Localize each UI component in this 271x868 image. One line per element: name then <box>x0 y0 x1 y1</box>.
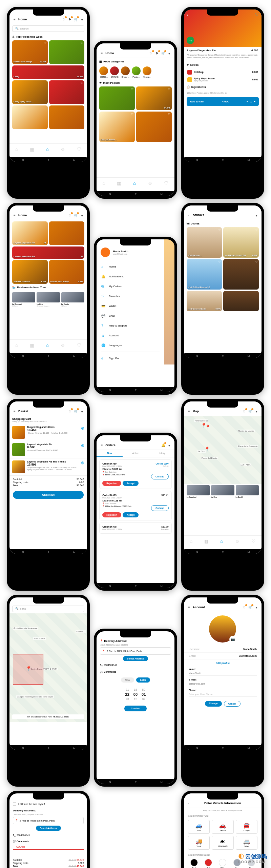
notification-icon[interactable]: ♡ <box>149 51 153 56</box>
android-recent-icon[interactable]: □ <box>74 550 75 553</box>
heart-icon[interactable]: ♡ <box>168 88 170 91</box>
nav-icon[interactable]: ▦ <box>30 342 34 348</box>
notification-icon[interactable]: ♡ <box>67 409 72 414</box>
food-card[interactable]: ♡14.54€ <box>136 86 172 110</box>
android-recent-icon[interactable]: □ <box>74 746 75 749</box>
android-recent-icon[interactable]: □ <box>74 158 75 161</box>
android-recent-icon[interactable]: □ <box>248 746 250 749</box>
android-back-icon[interactable]: ◁ <box>109 780 111 783</box>
back-icon[interactable]: ‹ <box>187 801 191 806</box>
accept-button[interactable]: Accept <box>123 512 139 517</box>
map-pin-icon[interactable]: 📍 <box>204 447 208 451</box>
menu-wallet[interactable]: 💳Wallet <box>97 301 164 311</box>
later-button[interactable]: Later <box>136 677 150 683</box>
nav-icon[interactable]: ▦ <box>204 538 209 544</box>
menu-account[interactable]: ☺Account <box>97 331 164 340</box>
android-recent-icon[interactable]: □ <box>74 354 75 357</box>
android-back-icon[interactable]: ◁ <box>196 550 198 553</box>
nav-icon[interactable]: ▦ <box>117 180 121 186</box>
android-recent-icon[interactable]: □ <box>161 388 162 391</box>
change-button[interactable]: Change <box>205 701 222 707</box>
menu-orders[interactable]: 🛍My Orders <box>97 281 164 291</box>
avatar-icon[interactable]: ● <box>80 17 84 22</box>
search-input[interactable]: 🔍 paris <box>12 606 84 612</box>
nav-icon[interactable]: ⌂ <box>190 538 192 544</box>
food-card[interactable] <box>12 105 48 129</box>
onmap-button[interactable]: On Map <box>151 505 169 511</box>
nav-icon[interactable]: ⌂ <box>220 538 223 544</box>
accept-button[interactable]: Accept <box>123 481 139 486</box>
category-item[interactable]: CHINE... <box>99 66 108 78</box>
search-input[interactable]: 🔍 Search <box>12 25 84 32</box>
color-white[interactable]: White <box>216 859 229 868</box>
android-recent-icon[interactable]: □ <box>161 584 162 587</box>
camera-icon[interactable]: 📷 <box>229 636 236 643</box>
extra-item[interactable]: Spicy Mayo SauceSpicy Mayo Sauce0.80€ <box>184 76 262 83</box>
onmap-button[interactable]: On Map <box>151 474 169 479</box>
menu-icon[interactable]: ≡ <box>187 409 191 414</box>
android-back-icon[interactable]: ◁ <box>109 192 111 195</box>
map-pin-icon[interactable]: 📍 <box>201 423 205 427</box>
avatar-icon[interactable]: ● <box>80 409 84 414</box>
android-recent-icon[interactable]: □ <box>161 192 162 195</box>
phone-input[interactable]: Enter your User Phone <box>189 692 257 697</box>
avatar-icon[interactable]: ● <box>80 213 84 218</box>
nav-icon[interactable]: ♡ <box>77 342 81 348</box>
heart-icon[interactable]: ♡ <box>168 113 170 116</box>
restaurant-card[interactable]: Le Bouciard <box>187 485 210 498</box>
restaurant-card[interactable]: Le Baobli <box>236 485 259 498</box>
android-home-icon[interactable]: ○ <box>48 746 49 749</box>
menu-icon[interactable]: ≡ <box>12 409 17 414</box>
android-back-icon[interactable]: ◁ <box>196 354 198 357</box>
drink-card[interactable] <box>223 291 259 311</box>
vehicle-coupe[interactable]: 🚘Coupe <box>236 820 257 834</box>
food-card[interactable]: ♡Buffalo Wild Wings12.43€ <box>12 40 48 64</box>
notification-icon[interactable]: ♡ <box>61 17 66 22</box>
map-view[interactable]: Parc Monceau Musée du Louvre Le Cinq Pal… <box>184 416 262 484</box>
avatar-icon[interactable]: ● <box>167 443 172 448</box>
food-card[interactable]: Layered Vegetable Pie4€ <box>12 221 48 245</box>
android-recent-icon[interactable]: □ <box>248 550 250 553</box>
food-card[interactable]: ♡ <box>99 86 135 110</box>
select-address-button[interactable]: Select Address <box>123 656 148 661</box>
android-back-icon[interactable]: ◁ <box>196 746 198 749</box>
nav-icon[interactable]: ☺ <box>60 342 65 348</box>
user-avatar[interactable] <box>101 248 110 257</box>
map-pin-icon[interactable]: 📍 <box>26 666 30 670</box>
map-pin-icon[interactable]: 📍 <box>205 425 209 429</box>
android-home-icon[interactable]: ○ <box>222 158 224 161</box>
drink-card[interactable]: ♡Iced Pandan ... <box>187 227 222 258</box>
heart-icon[interactable]: ♡ <box>255 229 257 232</box>
heart-icon[interactable]: ♡ <box>255 260 257 263</box>
android-recent-icon[interactable]: □ <box>248 158 250 161</box>
restaurant-card[interactable]: Le Cinq <box>211 485 234 498</box>
nav-icon[interactable]: ⌂ <box>103 180 105 186</box>
menu-notifications[interactable]: 🔔Notifications <box>97 272 164 281</box>
select-address-button[interactable]: Select Address <box>36 826 61 831</box>
name-input[interactable]: Maria Smith <box>189 671 257 676</box>
vehicle-motorcycle[interactable]: 🏍Motorcycle <box>212 836 233 850</box>
notification-icon[interactable]: ♡ <box>242 605 247 610</box>
menu-favorites[interactable]: ♡Favorites <box>97 291 164 301</box>
food-card[interactable]: ♡ <box>136 112 172 142</box>
background-overlay[interactable] <box>164 239 174 364</box>
food-card[interactable] <box>49 221 85 245</box>
menu-languages[interactable]: 🌐Languages <box>97 340 164 350</box>
menu-icon[interactable]: ≡ <box>12 17 17 22</box>
add-to-cart-button[interactable]: Add to cart 4.00€ −1+ <box>187 97 259 106</box>
restaurant-card[interactable]: Le Bouciard19 Rue ... <box>12 292 35 307</box>
nav-icon[interactable]: ⌂ <box>46 342 48 348</box>
nav-icon[interactable]: ⌂ <box>133 180 136 186</box>
android-home-icon[interactable]: ○ <box>135 192 137 195</box>
checkout-button[interactable]: Checkout <box>13 491 84 499</box>
heart-icon[interactable]: ♡ <box>131 113 133 116</box>
profile-avatar[interactable]: 📷 <box>209 615 236 643</box>
android-back-icon[interactable]: ◁ <box>109 584 111 587</box>
vehicle-truck[interactable]: 🚚Truck <box>188 836 210 850</box>
cart-icon[interactable]: 🛒 <box>74 409 78 414</box>
cart-icon[interactable]: 🛒 <box>74 17 78 22</box>
nav-icon[interactable]: ☺ <box>235 538 239 544</box>
nav-user-icon[interactable]: ☺ <box>60 146 65 152</box>
reject-button[interactable]: Rejection <box>102 512 121 517</box>
android-recent-icon[interactable]: □ <box>248 354 250 357</box>
